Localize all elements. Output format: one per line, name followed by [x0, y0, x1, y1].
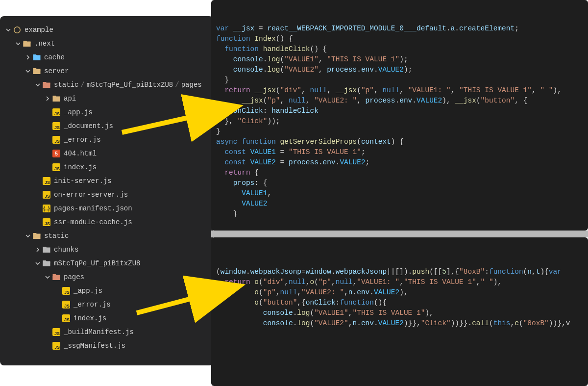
- chevron-down-icon: [44, 274, 51, 281]
- chevron-none-icon: [54, 301, 61, 308]
- code-line: async function getServerSideProps(contex…: [216, 137, 583, 147]
- file-icon: JS: [52, 135, 61, 144]
- file-icon: [42, 80, 51, 89]
- tree-item-chunks[interactable]: chunks: [0, 243, 213, 257]
- code-line: function Index() {: [216, 34, 583, 44]
- file-icon: JS: [42, 190, 51, 199]
- tree-item-pages[interactable]: pages: [0, 270, 213, 284]
- tree-label: _buildManifest.js: [64, 328, 134, 336]
- file-icon: JS: [62, 314, 71, 323]
- file-icon: [13, 26, 22, 34]
- chevron-none-icon: [54, 287, 61, 294]
- tree-item-on-error-server-js[interactable]: JSon-error-server.js: [0, 188, 213, 202]
- tree-item--error-js[interactable]: JS_error.js: [0, 133, 213, 147]
- chevron-none-icon: [44, 150, 51, 157]
- tree-item--buildmanifest-js[interactable]: JS_buildManifest.js: [0, 325, 213, 339]
- file-icon: [32, 53, 41, 62]
- chevron-down-icon: [15, 40, 22, 47]
- file-icon: [42, 245, 51, 254]
- file-icon: [52, 273, 61, 282]
- code-line: VALUE1,: [216, 188, 583, 199]
- tree-item--app-js[interactable]: JS_app.js: [0, 284, 213, 298]
- tree-label: static/mStcTqPe_Uf_piB1txZU8/pages: [54, 81, 202, 89]
- tree-item-static[interactable]: static: [0, 229, 213, 243]
- tree-item-pages-manifest-json[interactable]: {..}pages-manifest.json: [0, 202, 213, 215]
- tree-item-init-server-js[interactable]: JSinit-server.js: [0, 174, 213, 188]
- chevron-right-icon: [34, 246, 41, 253]
- tree-item-ssr-module-cache-js[interactable]: JSssr-module-cache.js: [0, 215, 213, 229]
- file-icon: JS: [42, 177, 51, 185]
- tree-label: _document.js: [64, 122, 113, 130]
- chevron-none-icon: [44, 164, 51, 171]
- tree-label: _app.js: [74, 287, 102, 295]
- file-explorer[interactable]: example.nextcacheserverstatic/mStcTqPe_U…: [0, 16, 213, 365]
- tree-item--document-js[interactable]: JS_document.js: [0, 119, 213, 133]
- tree-item-404-html[interactable]: 5404.html: [0, 147, 213, 160]
- tree-item-static-mstctqpe-uf-pib1txzu8-pages[interactable]: static/mStcTqPe_Uf_piB1txZU8/pages: [0, 78, 213, 92]
- tree-label: example: [24, 26, 53, 34]
- tree-label: on-error-server.js: [54, 191, 128, 199]
- tree-label: 404.html: [64, 150, 97, 157]
- chevron-down-icon: [34, 260, 41, 267]
- chevron-none-icon: [54, 315, 61, 322]
- file-icon: [23, 39, 31, 48]
- code-line: }: [216, 127, 583, 137]
- tree-item-index-js[interactable]: JSindex.js: [0, 160, 213, 174]
- code-line: return {: [216, 168, 583, 178]
- tree-label: index.js: [64, 163, 97, 171]
- code-line: __jsx("p", null, "VALUE2: ", process.env…: [216, 96, 583, 106]
- editor-pane-bottom[interactable]: (window.webpackJsonp=window.webpackJsonp…: [211, 237, 588, 386]
- tree-item-api[interactable]: api: [0, 92, 213, 105]
- tree-root[interactable]: example: [0, 23, 213, 37]
- tree-label: chunks: [54, 246, 78, 254]
- tree-item--ssgmanifest-js[interactable]: JS_ssgManifest.js: [0, 339, 213, 353]
- chevron-none-icon: [34, 219, 41, 226]
- tree-label: _error.js: [74, 301, 111, 309]
- tree-label: pages: [64, 273, 84, 281]
- file-icon: [32, 232, 41, 240]
- code-line: o("p",null,"VALUE2: ",n.env.VALUE2),: [216, 287, 583, 298]
- code-line: (window.webpackJsonp=window.webpackJsonp…: [216, 267, 583, 277]
- tree-label: api: [64, 95, 76, 103]
- tree-label: init-server.js: [54, 177, 112, 185]
- tree-label: cache: [44, 53, 65, 61]
- tree-item-index-js[interactable]: JSindex.js: [0, 311, 213, 325]
- file-icon: JS: [52, 163, 61, 172]
- code-line: props: {: [216, 178, 583, 188]
- tree-item--next[interactable]: .next: [0, 37, 213, 51]
- chevron-none-icon: [44, 123, 51, 129]
- tree-label: _app.js: [64, 108, 93, 116]
- chevron-right-icon: [24, 54, 31, 61]
- code-line: o("button",{onClick:function(){: [216, 298, 583, 308]
- code-line: }: [216, 209, 583, 219]
- editor-pane-top[interactable]: var __jsx = react__WEBPACK_IMPORTED_MODU…: [211, 0, 588, 231]
- file-icon: JS: [52, 108, 61, 117]
- tree-item-server[interactable]: server: [0, 64, 213, 78]
- svg-point-0: [14, 27, 20, 33]
- chevron-down-icon: [24, 68, 31, 75]
- file-icon: JS: [52, 122, 61, 130]
- tree-label: index.js: [74, 314, 106, 322]
- pane-divider[interactable]: [211, 231, 588, 237]
- code-line: const VALUE2 = process.env.VALUE2;: [216, 157, 583, 168]
- tree-item--error-js[interactable]: JS_error.js: [0, 298, 213, 311]
- tree-item-cache[interactable]: cache: [0, 51, 213, 64]
- code-line: const VALUE1 = "THIS IS VALUE 1";: [216, 147, 583, 157]
- tree-item-mstctqpe-uf-pib1txzu8[interactable]: mStcTqPe_Uf_piB1txZU8: [0, 257, 213, 270]
- code-line: return __jsx("div", null, __jsx("p", nul…: [216, 85, 583, 96]
- code-line: }, "Click"));: [216, 116, 583, 127]
- code-line: console.log("VALUE1", "THIS IS VALUE 1")…: [216, 54, 583, 65]
- file-icon: JS: [52, 341, 61, 350]
- file-icon: 5: [52, 149, 61, 158]
- code-line: onClick: handleClick: [216, 106, 583, 116]
- tree-item--app-js[interactable]: JS_app.js: [0, 105, 213, 119]
- chevron-none-icon: [34, 205, 41, 212]
- tree-label: server: [44, 67, 69, 75]
- file-icon: [42, 259, 51, 268]
- tree-label: .next: [34, 40, 55, 48]
- tree-label: _error.js: [64, 136, 101, 144]
- tree-label: mStcTqPe_Uf_piB1txZU8: [54, 259, 140, 267]
- chevron-none-icon: [44, 136, 51, 143]
- code-line: return o("div",null,o("p",null,"VALUE1: …: [216, 277, 583, 287]
- tree-label: pages-manifest.json: [54, 205, 132, 212]
